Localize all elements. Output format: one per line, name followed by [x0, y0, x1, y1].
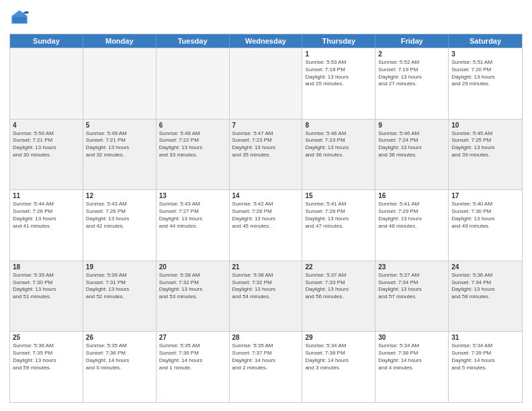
- day-detail: Sunrise: 5:43 AM Sunset: 7:27 PM Dayligh…: [159, 201, 226, 230]
- day-number: 23: [378, 263, 445, 271]
- day-number: 30: [378, 334, 445, 341]
- weekday-header: Sunday: [10, 34, 83, 48]
- calendar-cell: 31Sunrise: 5:34 AM Sunset: 7:39 PM Dayli…: [449, 332, 522, 402]
- day-number: 28: [232, 334, 300, 341]
- day-number: 14: [232, 192, 300, 199]
- weekday-header: Wednesday: [230, 34, 303, 48]
- day-number: 19: [86, 263, 153, 271]
- day-number: 27: [159, 334, 226, 341]
- calendar-cell: 7Sunrise: 5:47 AM Sunset: 7:23 PM Daylig…: [230, 120, 303, 190]
- day-number: 10: [451, 122, 519, 129]
- calendar-cell: [10, 48, 83, 119]
- calendar-cell: 21Sunrise: 5:38 AM Sunset: 7:32 PM Dayli…: [230, 261, 303, 332]
- day-number: 24: [451, 263, 519, 271]
- day-number: 4: [13, 122, 80, 129]
- day-number: 15: [305, 192, 372, 199]
- calendar-cell: [230, 48, 303, 119]
- day-number: 22: [305, 263, 372, 271]
- day-detail: Sunrise: 5:34 AM Sunset: 7:39 PM Dayligh…: [451, 342, 519, 371]
- calendar-cell: 29Sunrise: 5:34 AM Sunset: 7:38 PM Dayli…: [302, 332, 375, 402]
- calendar-cell: 26Sunrise: 5:35 AM Sunset: 7:36 PM Dayli…: [83, 332, 157, 402]
- day-detail: Sunrise: 5:48 AM Sunset: 7:22 PM Dayligh…: [159, 130, 226, 159]
- calendar-cell: 25Sunrise: 5:36 AM Sunset: 7:35 PM Dayli…: [10, 332, 83, 402]
- day-detail: Sunrise: 5:51 AM Sunset: 7:20 PM Dayligh…: [451, 59, 519, 88]
- calendar-body: 1Sunrise: 5:53 AM Sunset: 7:18 PM Daylig…: [10, 48, 522, 402]
- calendar-cell: 18Sunrise: 5:39 AM Sunset: 7:30 PM Dayli…: [10, 261, 83, 332]
- day-detail: Sunrise: 5:50 AM Sunset: 7:21 PM Dayligh…: [13, 130, 80, 159]
- day-detail: Sunrise: 5:43 AM Sunset: 7:26 PM Dayligh…: [86, 201, 153, 230]
- calendar-cell: 9Sunrise: 5:46 AM Sunset: 7:24 PM Daylig…: [375, 120, 449, 190]
- day-detail: Sunrise: 5:39 AM Sunset: 7:30 PM Dayligh…: [13, 272, 80, 301]
- calendar-cell: 4Sunrise: 5:50 AM Sunset: 7:21 PM Daylig…: [10, 120, 83, 190]
- day-number: 18: [13, 263, 80, 271]
- day-number: 5: [86, 122, 153, 129]
- calendar-header: SundayMondayTuesdayWednesdayThursdayFrid…: [10, 34, 522, 48]
- day-detail: Sunrise: 5:42 AM Sunset: 7:28 PM Dayligh…: [232, 201, 300, 230]
- page: SundayMondayTuesdayWednesdayThursdayFrid…: [0, 0, 532, 411]
- calendar-cell: 23Sunrise: 5:37 AM Sunset: 7:34 PM Dayli…: [375, 261, 449, 332]
- day-detail: Sunrise: 5:36 AM Sunset: 7:35 PM Dayligh…: [13, 342, 80, 371]
- calendar-cell: 30Sunrise: 5:34 AM Sunset: 7:38 PM Dayli…: [375, 332, 449, 402]
- calendar-cell: 2Sunrise: 5:52 AM Sunset: 7:19 PM Daylig…: [375, 48, 449, 119]
- calendar-cell: 24Sunrise: 5:36 AM Sunset: 7:34 PM Dayli…: [449, 261, 522, 332]
- day-detail: Sunrise: 5:37 AM Sunset: 7:33 PM Dayligh…: [305, 272, 372, 301]
- day-detail: Sunrise: 5:41 AM Sunset: 7:29 PM Dayligh…: [378, 201, 445, 230]
- weekday-header: Monday: [83, 34, 157, 48]
- day-number: 13: [159, 192, 226, 199]
- calendar-cell: 6Sunrise: 5:48 AM Sunset: 7:22 PM Daylig…: [157, 120, 230, 190]
- svg-rect-2: [13, 17, 26, 22]
- day-detail: Sunrise: 5:39 AM Sunset: 7:31 PM Dayligh…: [86, 272, 153, 301]
- weekday-header: Thursday: [302, 34, 375, 48]
- day-detail: Sunrise: 5:49 AM Sunset: 7:21 PM Dayligh…: [86, 130, 153, 159]
- day-number: 2: [378, 50, 445, 58]
- calendar-cell: 8Sunrise: 5:46 AM Sunset: 7:23 PM Daylig…: [302, 120, 375, 190]
- svg-marker-1: [23, 11, 28, 13]
- day-detail: Sunrise: 5:52 AM Sunset: 7:19 PM Dayligh…: [378, 59, 445, 88]
- calendar-row: 18Sunrise: 5:39 AM Sunset: 7:30 PM Dayli…: [10, 261, 522, 332]
- logo-icon: [9, 8, 30, 28]
- day-detail: Sunrise: 5:38 AM Sunset: 7:32 PM Dayligh…: [232, 272, 300, 301]
- day-number: 17: [451, 192, 519, 199]
- day-number: 8: [305, 122, 372, 129]
- day-detail: Sunrise: 5:34 AM Sunset: 7:38 PM Dayligh…: [305, 342, 372, 371]
- day-number: 9: [378, 122, 445, 129]
- day-detail: Sunrise: 5:40 AM Sunset: 7:30 PM Dayligh…: [451, 201, 519, 230]
- calendar-cell: 15Sunrise: 5:41 AM Sunset: 7:28 PM Dayli…: [302, 190, 375, 261]
- calendar-cell: [157, 48, 230, 119]
- calendar-row: 4Sunrise: 5:50 AM Sunset: 7:21 PM Daylig…: [10, 119, 522, 190]
- day-detail: Sunrise: 5:34 AM Sunset: 7:38 PM Dayligh…: [378, 342, 445, 371]
- calendar-cell: 10Sunrise: 5:45 AM Sunset: 7:25 PM Dayli…: [449, 120, 522, 190]
- day-number: 7: [232, 122, 300, 129]
- day-number: 20: [159, 263, 226, 271]
- day-number: 6: [159, 122, 226, 129]
- calendar-cell: 19Sunrise: 5:39 AM Sunset: 7:31 PM Dayli…: [83, 261, 157, 332]
- calendar-cell: 17Sunrise: 5:40 AM Sunset: 7:30 PM Dayli…: [449, 190, 522, 261]
- day-number: 29: [305, 334, 372, 341]
- calendar-cell: 1Sunrise: 5:53 AM Sunset: 7:18 PM Daylig…: [302, 48, 375, 119]
- day-detail: Sunrise: 5:37 AM Sunset: 7:34 PM Dayligh…: [378, 272, 445, 301]
- day-detail: Sunrise: 5:46 AM Sunset: 7:24 PM Dayligh…: [378, 130, 445, 159]
- day-number: 16: [378, 192, 445, 199]
- weekday-header: Saturday: [449, 34, 522, 48]
- calendar-cell: 22Sunrise: 5:37 AM Sunset: 7:33 PM Dayli…: [302, 261, 375, 332]
- day-number: 25: [13, 334, 80, 341]
- calendar-row: 1Sunrise: 5:53 AM Sunset: 7:18 PM Daylig…: [10, 48, 522, 119]
- day-detail: Sunrise: 5:36 AM Sunset: 7:34 PM Dayligh…: [451, 272, 519, 301]
- calendar-row: 25Sunrise: 5:36 AM Sunset: 7:35 PM Dayli…: [10, 331, 522, 402]
- day-number: 26: [86, 334, 153, 341]
- calendar-cell: 11Sunrise: 5:44 AM Sunset: 7:26 PM Dayli…: [10, 190, 83, 261]
- calendar-cell: 28Sunrise: 5:35 AM Sunset: 7:37 PM Dayli…: [230, 332, 303, 402]
- weekday-header: Friday: [375, 34, 449, 48]
- day-number: 3: [451, 50, 519, 58]
- calendar-row: 11Sunrise: 5:44 AM Sunset: 7:26 PM Dayli…: [10, 189, 522, 261]
- day-detail: Sunrise: 5:35 AM Sunset: 7:36 PM Dayligh…: [159, 342, 226, 371]
- calendar-cell: 5Sunrise: 5:49 AM Sunset: 7:21 PM Daylig…: [83, 120, 157, 190]
- day-number: 12: [86, 192, 153, 199]
- day-detail: Sunrise: 5:41 AM Sunset: 7:28 PM Dayligh…: [305, 201, 372, 230]
- day-number: 11: [13, 192, 80, 199]
- calendar-cell: 16Sunrise: 5:41 AM Sunset: 7:29 PM Dayli…: [375, 190, 449, 261]
- calendar-cell: [83, 48, 157, 119]
- day-detail: Sunrise: 5:35 AM Sunset: 7:36 PM Dayligh…: [86, 342, 153, 371]
- day-number: 31: [451, 334, 519, 341]
- weekday-header: Tuesday: [157, 34, 230, 48]
